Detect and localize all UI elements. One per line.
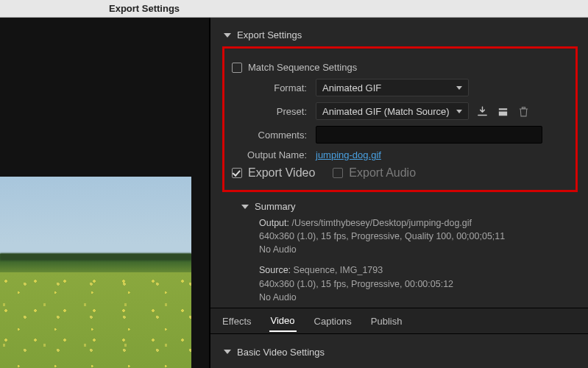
checkbox-icon: [232, 63, 242, 73]
summary-block: Output: /Users/timthybesey/Desktop/jumpi…: [259, 216, 578, 304]
section-title: Summary: [255, 201, 296, 212]
preset-select[interactable]: Animated GIF (Match Source): [316, 102, 469, 120]
export-video-checkbox[interactable]: Export Video: [232, 166, 315, 180]
chevron-down-icon: [456, 110, 462, 113]
chevron-down-icon: [456, 86, 462, 90]
highlight-region: Match Sequence Settings Format: Animated…: [222, 46, 578, 192]
checkbox-icon: [232, 168, 242, 178]
chevron-down-icon: [241, 205, 249, 209]
tab-video[interactable]: Video: [269, 311, 297, 332]
settings-panel: Export Settings Match Sequence Settings …: [210, 18, 588, 368]
summary-output-specs: 640x360 (1.0), 15 fps, Progressive, Qual…: [259, 231, 505, 241]
export-video-label: Export Video: [248, 166, 315, 180]
summary-output-path: /Users/timthybesey/Desktop/jumping-dog.g…: [291, 218, 472, 228]
tabs-bar: Effects Video Captions Publish: [210, 308, 588, 334]
format-select[interactable]: Animated GIF: [316, 79, 469, 96]
tab-publish[interactable]: Publish: [369, 311, 404, 331]
comments-input[interactable]: [316, 126, 542, 144]
import-preset-button[interactable]: [495, 104, 510, 118]
save-preset-button[interactable]: [475, 104, 489, 118]
format-value: Animated GIF: [322, 82, 381, 93]
checkbox-icon: [333, 168, 343, 178]
summary-output-audio: No Audio: [259, 244, 297, 255]
export-audio-checkbox[interactable]: Export Audio: [333, 166, 416, 180]
summary-output-label: Output:: [259, 218, 289, 228]
export-audio-label: Export Audio: [349, 166, 416, 180]
delete-preset-button[interactable]: [516, 104, 531, 118]
match-sequence-checkbox[interactable]: Match Sequence Settings: [232, 62, 357, 73]
section-summary[interactable]: Summary: [241, 197, 578, 216]
section-title: Export Settings: [237, 29, 302, 40]
preset-value: Animated GIF (Match Source): [322, 106, 450, 117]
output-name-label: Output Name:: [227, 149, 316, 160]
match-sequence-label: Match Sequence Settings: [248, 62, 357, 73]
summary-source-label: Source:: [259, 265, 291, 275]
chevron-down-icon: [224, 33, 231, 38]
tab-effects[interactable]: Effects: [221, 311, 253, 331]
summary-source-audio: No Audio: [259, 292, 297, 302]
summary-source-specs: 640x360 (1.0), 15 fps, Progressive, 00:0…: [259, 279, 453, 289]
output-name-link[interactable]: jumping-dog.gif: [316, 149, 381, 160]
preset-label: Preset:: [227, 106, 316, 117]
chevron-down-icon: [224, 350, 231, 354]
section-export-settings[interactable]: Export Settings: [224, 25, 578, 45]
format-label: Format:: [227, 82, 316, 93]
section-title: Basic Video Settings: [237, 347, 325, 358]
summary-source-name: Sequence, IMG_1793: [294, 265, 383, 275]
tab-captions[interactable]: Captions: [313, 311, 353, 331]
preview-image: [0, 177, 191, 368]
preview-panel: [0, 18, 210, 368]
window-title: Export Settings: [0, 0, 588, 18]
comments-label: Comments:: [227, 130, 316, 141]
section-basic-video[interactable]: Basic Video Settings: [224, 347, 325, 358]
